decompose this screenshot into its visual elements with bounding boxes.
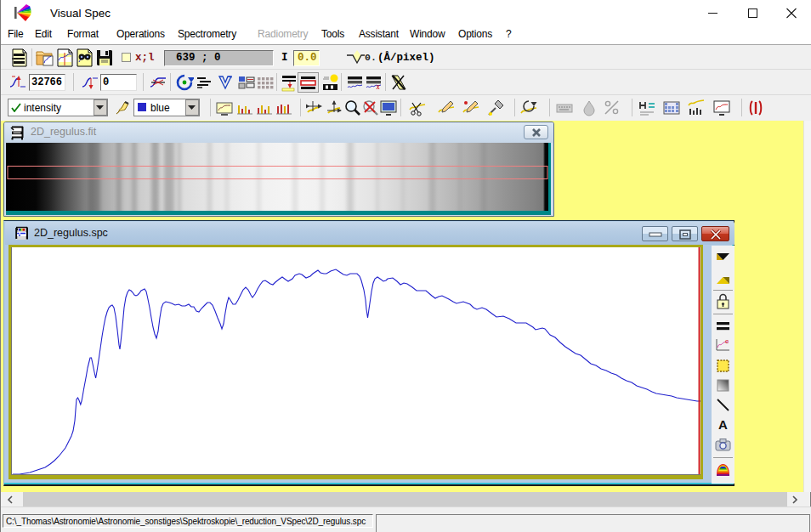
svg-text:c: c	[725, 337, 729, 345]
svg-text:0.: 0.	[365, 52, 377, 63]
svg-text:A: A	[718, 417, 728, 432]
